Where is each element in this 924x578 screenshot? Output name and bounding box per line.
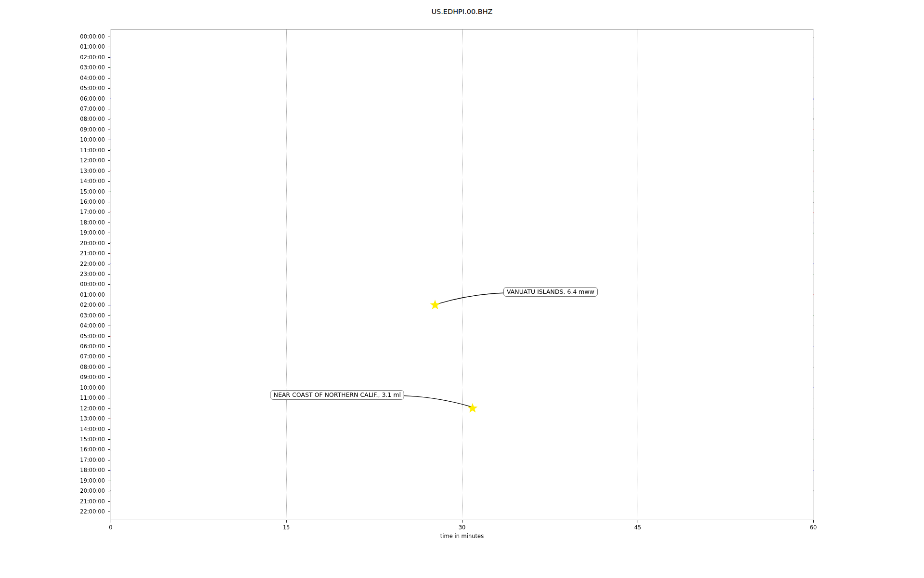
y-tick-label: 08:00:00 [64, 364, 105, 370]
y-tick-label: 08:00:00 [64, 116, 105, 122]
y-tick-mark [108, 398, 110, 398]
y-tick-mark [108, 377, 110, 378]
y-tick-mark [108, 388, 110, 388]
y-tick-mark [108, 295, 110, 295]
y-tick-mark [108, 47, 110, 47]
y-tick-label: 10:00:00 [64, 136, 105, 143]
y-tick-mark [108, 315, 110, 316]
y-tick-mark [108, 336, 110, 337]
x-tick-label: 60 [804, 524, 823, 531]
y-tick-mark [108, 181, 110, 182]
y-tick-label: 17:00:00 [64, 457, 105, 463]
y-tick-mark [108, 326, 110, 326]
y-tick-label: 05:00:00 [64, 333, 105, 340]
y-tick-mark [108, 501, 110, 502]
y-tick-label: 00:00:00 [64, 281, 105, 288]
y-tick-mark [108, 171, 110, 171]
x-tick-mark [813, 520, 814, 523]
gridline-45min [638, 29, 638, 520]
y-tick-label: 13:00:00 [64, 168, 105, 174]
y-tick-mark [108, 274, 110, 275]
y-tick-label: 03:00:00 [64, 64, 105, 71]
x-tick-label: 0 [101, 524, 120, 531]
y-tick-mark [108, 243, 110, 244]
y-tick-mark [108, 253, 110, 254]
y-tick-label: 22:00:00 [64, 261, 105, 267]
y-tick-label: 05:00:00 [64, 85, 105, 92]
y-tick-label: 16:00:00 [64, 446, 105, 453]
y-tick-label: 20:00:00 [64, 487, 105, 494]
y-tick-label: 09:00:00 [64, 126, 105, 133]
y-tick-label: 10:00:00 [64, 384, 105, 391]
y-tick-label: 13:00:00 [64, 415, 105, 422]
y-tick-mark [108, 202, 110, 202]
y-tick-mark [108, 481, 110, 481]
y-tick-mark [108, 470, 110, 471]
y-tick-mark [108, 88, 110, 89]
y-tick-mark [108, 130, 110, 130]
y-tick-label: 04:00:00 [64, 322, 105, 329]
y-tick-mark [108, 449, 110, 450]
y-tick-mark [108, 491, 110, 491]
y-tick-label: 01:00:00 [64, 43, 105, 50]
y-tick-mark [108, 109, 110, 109]
gridline-15min [286, 29, 287, 520]
y-tick-mark [108, 408, 110, 409]
annotation-near-coast-northern-calif: NEAR COAST OF NORTHERN CALIF., 3.1 ml [270, 390, 404, 400]
y-tick-mark [108, 284, 110, 285]
y-tick-mark [108, 223, 110, 223]
y-tick-mark [108, 160, 110, 161]
x-tick-label: 30 [452, 524, 472, 531]
x-axis-label: time in minutes [111, 533, 813, 539]
y-tick-label: 00:00:00 [64, 33, 105, 40]
y-tick-label: 12:00:00 [64, 405, 105, 412]
y-tick-label: 06:00:00 [64, 343, 105, 350]
y-tick-label: 09:00:00 [64, 374, 105, 381]
y-tick-label: 15:00:00 [64, 188, 105, 195]
y-tick-label: 14:00:00 [64, 178, 105, 184]
y-tick-mark [108, 512, 110, 512]
x-tick-mark [638, 520, 638, 523]
y-tick-label: 18:00:00 [64, 467, 105, 473]
y-tick-mark [108, 356, 110, 357]
y-tick-label: 12:00:00 [64, 157, 105, 164]
y-tick-label: 02:00:00 [64, 302, 105, 308]
y-tick-mark [108, 99, 110, 99]
gridline-30min [462, 29, 462, 520]
y-tick-mark [108, 67, 110, 68]
x-tick-mark [286, 520, 287, 523]
y-tick-mark [108, 78, 110, 79]
y-tick-label: 03:00:00 [64, 312, 105, 319]
x-tick-mark [462, 520, 462, 523]
y-tick-mark [108, 212, 110, 212]
y-tick-mark [108, 150, 110, 151]
y-tick-label: 18:00:00 [64, 219, 105, 226]
x-tick-label: 45 [628, 524, 647, 531]
y-tick-mark [108, 119, 110, 119]
y-tick-label: 06:00:00 [64, 95, 105, 102]
y-tick-label: 07:00:00 [64, 105, 105, 112]
y-tick-mark [108, 264, 110, 264]
y-tick-label: 17:00:00 [64, 209, 105, 215]
x-tick-mark [111, 520, 111, 523]
y-tick-label: 22:00:00 [64, 508, 105, 515]
y-tick-mark [108, 37, 110, 37]
y-tick-mark [108, 233, 110, 233]
seismogram-figure: US.EDHPI.00.BHZ 00:00:0001:00:0002:00:00… [0, 0, 924, 578]
y-tick-label: 21:00:00 [64, 250, 105, 257]
y-tick-mark [108, 305, 110, 305]
y-tick-label: 19:00:00 [64, 229, 105, 236]
y-tick-mark [108, 429, 110, 430]
y-tick-label: 23:00:00 [64, 271, 105, 277]
y-tick-mark [108, 192, 110, 192]
y-tick-mark [108, 346, 110, 347]
y-tick-label: 16:00:00 [64, 198, 105, 205]
y-tick-label: 07:00:00 [64, 353, 105, 360]
y-tick-label: 20:00:00 [64, 240, 105, 247]
y-tick-mark [108, 57, 110, 58]
y-tick-mark [108, 140, 110, 140]
y-tick-mark [108, 460, 110, 460]
y-tick-label: 04:00:00 [64, 75, 105, 81]
y-tick-label: 11:00:00 [64, 394, 105, 401]
y-tick-label: 14:00:00 [64, 426, 105, 433]
